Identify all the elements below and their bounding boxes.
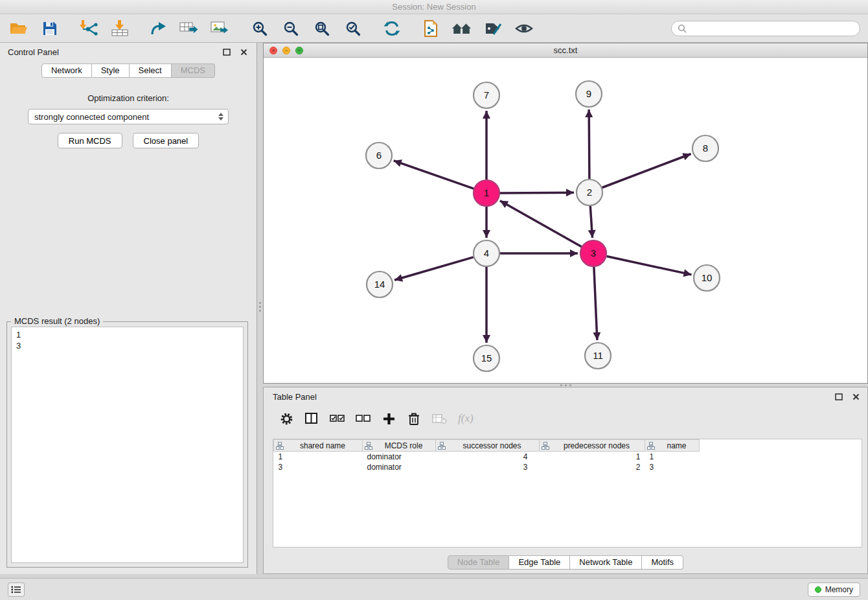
edge-3-11[interactable] <box>594 267 597 340</box>
network-window-titlebar[interactable]: scc.txt × − + <box>264 43 867 58</box>
import-table-button[interactable] <box>108 17 132 40</box>
home-button[interactable] <box>450 17 474 40</box>
table-panel-header: Table Panel <box>264 387 867 406</box>
task-history-button[interactable] <box>8 583 25 597</box>
optimization-select[interactable]: strongly connected component <box>28 109 229 124</box>
table-row[interactable]: 3dominator323 <box>274 462 700 472</box>
export-image-button[interactable] <box>209 17 233 40</box>
vertical-splitter[interactable] <box>257 43 263 574</box>
cell-predecessor-nodes[interactable]: 2 <box>540 462 645 472</box>
node-15[interactable]: 15 <box>474 345 499 371</box>
column-header-name[interactable]: name <box>645 440 700 452</box>
cell-mcds-role[interactable]: dominator <box>363 462 436 472</box>
close-window-button[interactable]: × <box>269 47 277 54</box>
cell-predecessor-nodes[interactable]: 1 <box>540 452 645 462</box>
maximize-window-button[interactable]: + <box>295 47 303 54</box>
result-item[interactable]: 3 <box>16 340 238 351</box>
style-button[interactable] <box>481 17 505 40</box>
edge-2-9[interactable] <box>589 110 589 179</box>
apply-layout-button[interactable] <box>380 17 404 40</box>
memory-button[interactable]: Memory <box>808 583 860 597</box>
export-table-button[interactable] <box>177 17 202 40</box>
zoom-in-button[interactable] <box>247 17 272 40</box>
column-header-shared-name[interactable]: shared name <box>274 440 363 452</box>
minimize-window-button[interactable]: − <box>282 47 290 54</box>
select-all-button[interactable] <box>330 411 345 426</box>
tab-network-table[interactable]: Network Table <box>570 555 642 570</box>
edge-3-10[interactable] <box>607 257 692 275</box>
delete-table-button[interactable] <box>432 411 447 426</box>
column-type-icon <box>276 442 284 450</box>
close-table-panel-button[interactable] <box>851 392 861 401</box>
tab-mcds[interactable]: MCDS <box>172 63 215 78</box>
zoom-fit-button[interactable] <box>310 17 334 40</box>
cell-shared-name[interactable]: 1 <box>274 452 363 462</box>
cell-mcds-role[interactable]: dominator <box>363 452 436 462</box>
export-toolbar-group <box>146 17 233 40</box>
edge-1-6[interactable] <box>394 161 474 189</box>
close-panel-action-button[interactable]: Close panel <box>133 133 200 148</box>
node-10[interactable]: 10 <box>694 265 720 291</box>
tab-network[interactable]: Network <box>41 63 92 78</box>
float-panel-button[interactable] <box>222 47 232 56</box>
node-2[interactable]: 2 <box>577 179 602 205</box>
cell-shared-name[interactable]: 3 <box>274 462 363 472</box>
add-column-button[interactable] <box>382 411 396 426</box>
edge-2-8[interactable] <box>602 154 691 188</box>
edge-2-3[interactable] <box>590 206 592 238</box>
clone-network-button[interactable] <box>418 17 443 40</box>
float-window-icon <box>223 49 231 56</box>
cell-name[interactable]: 3 <box>645 462 700 472</box>
delete-column-button[interactable] <box>407 411 421 426</box>
open-file-button[interactable] <box>6 17 31 40</box>
network-graph[interactable]: 7968124314101511 <box>264 58 867 383</box>
fx-icon: f(x) <box>458 412 474 425</box>
node-11[interactable]: 11 <box>585 343 611 369</box>
show-columns-button[interactable] <box>304 411 319 426</box>
node-8[interactable]: 8 <box>692 135 718 161</box>
node-3[interactable]: 3 <box>580 240 606 266</box>
node-9[interactable]: 9 <box>576 81 602 107</box>
table-settings-button[interactable] <box>279 411 293 426</box>
float-table-panel-button[interactable] <box>834 392 844 401</box>
result-item[interactable]: 1 <box>16 329 238 340</box>
tab-select[interactable]: Select <box>130 63 172 78</box>
save-session-button[interactable] <box>38 17 62 40</box>
tab-motifs[interactable]: Motifs <box>642 555 683 570</box>
window-titlebar[interactable]: Session: New Session <box>0 0 868 14</box>
close-panel-button[interactable] <box>238 47 249 56</box>
edge-4-14[interactable] <box>394 257 474 280</box>
cell-successor-nodes[interactable]: 4 <box>436 452 540 462</box>
node-7[interactable]: 7 <box>474 82 499 108</box>
tab-style[interactable]: Style <box>92 63 130 78</box>
edge-3-1[interactable] <box>500 201 582 247</box>
node-14[interactable]: 14 <box>367 271 393 297</box>
node-4[interactable]: 4 <box>474 240 499 266</box>
export-network-button[interactable] <box>146 17 171 40</box>
show-hide-button[interactable] <box>512 17 536 40</box>
search-box[interactable] <box>671 21 860 36</box>
edge-1-2[interactable] <box>500 192 574 193</box>
columns-icon <box>305 413 318 424</box>
import-network-button[interactable] <box>76 17 101 40</box>
node-1[interactable]: 1 <box>474 180 499 206</box>
search-input[interactable] <box>690 23 854 33</box>
deselect-all-button[interactable] <box>356 411 371 426</box>
memory-label: Memory <box>825 585 853 594</box>
column-header-mcds-role[interactable]: MCDS role <box>363 440 436 452</box>
mcds-result-list[interactable]: 13 <box>11 327 244 563</box>
zoom-selected-button[interactable] <box>341 17 365 40</box>
tab-edge-table[interactable]: Edge Table <box>509 555 570 570</box>
zoom-out-button[interactable] <box>279 17 303 40</box>
export-table-icon <box>179 20 200 37</box>
tab-node-table[interactable]: Node Table <box>448 555 510 570</box>
cell-successor-nodes[interactable]: 3 <box>436 462 540 472</box>
column-header-predecessor-nodes[interactable]: predecessor nodes <box>540 440 645 452</box>
cell-name[interactable]: 1 <box>645 452 700 462</box>
run-mcds-button[interactable]: Run MCDS <box>58 133 122 148</box>
table-row[interactable]: 1dominator411 <box>274 452 700 462</box>
node-6[interactable]: 6 <box>366 143 392 168</box>
function-builder-button[interactable]: f(x) <box>458 411 474 426</box>
column-header-successor-nodes[interactable]: successor nodes <box>436 440 540 452</box>
node-table-container[interactable]: shared nameMCDS rolesuccessor nodesprede… <box>273 439 862 548</box>
